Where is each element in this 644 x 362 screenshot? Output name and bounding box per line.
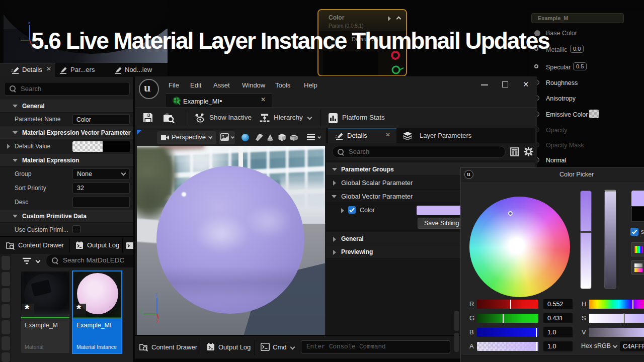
svg-text:y: y <box>19 36 21 40</box>
svg-text:z: z <box>155 292 157 297</box>
svg-text:x: x <box>156 318 159 323</box>
svg-text:z: z <box>28 21 30 25</box>
svg-text:y: y <box>140 308 142 314</box>
